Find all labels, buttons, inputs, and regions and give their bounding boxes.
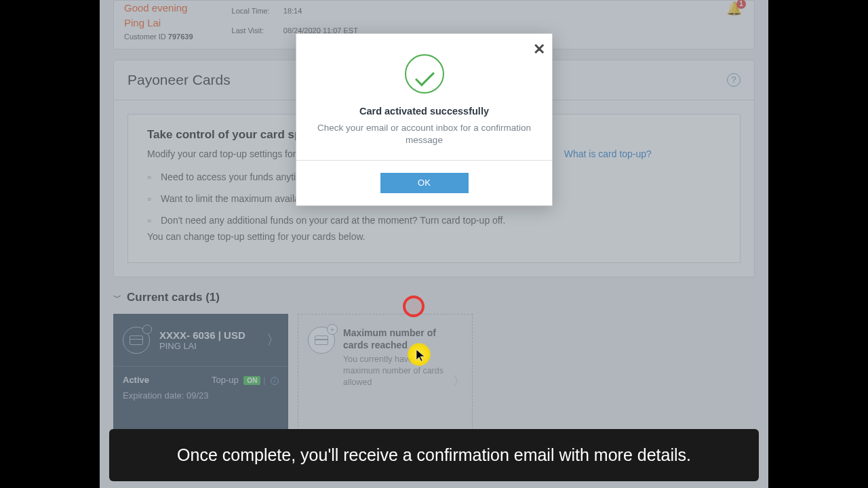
- modal-text: Check your email or account inbox for a …: [310, 122, 538, 146]
- annotation-highlight-icon: [403, 296, 425, 317]
- activation-modal: ✕ Card activated successfully Check your…: [296, 33, 553, 206]
- close-button[interactable]: ✕: [533, 41, 545, 58]
- cursor-highlight-icon: [407, 342, 431, 367]
- ok-button[interactable]: OK: [380, 173, 469, 193]
- video-caption: Once complete, you'll receive a confirma…: [109, 429, 759, 481]
- modal-title: Card activated successfully: [310, 106, 538, 117]
- success-check-icon: [405, 54, 444, 94]
